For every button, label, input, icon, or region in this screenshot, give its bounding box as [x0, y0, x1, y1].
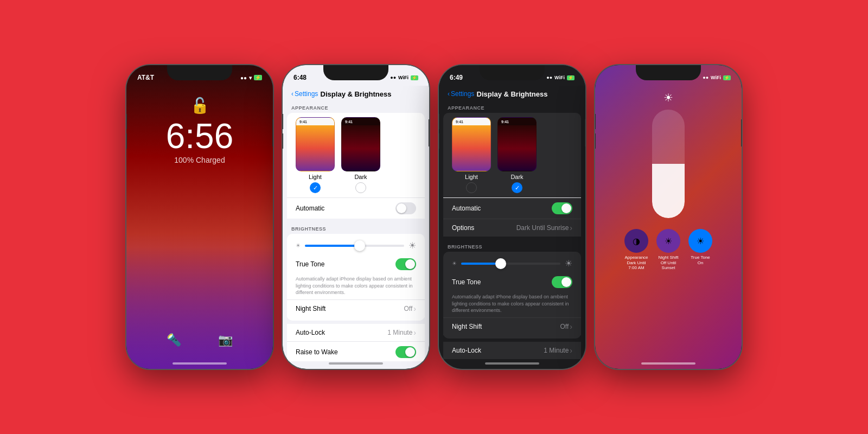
flashlight-icon[interactable]: 🔦 — [167, 333, 181, 347]
home-indicator-2 — [329, 362, 383, 365]
true-tone-label: True Tone — [296, 260, 324, 268]
auto-lock-cell-dark[interactable]: Auto-Lock 1 Minute › — [443, 342, 581, 359]
back-button-3[interactable]: ‹ Settings — [448, 90, 474, 98]
lock-charged: 100% Charged — [174, 156, 225, 164]
appearance-circle: ◑ — [624, 229, 648, 253]
nav-title-3: Display & Brightness — [477, 90, 548, 98]
auto-lock-cell[interactable]: Auto-Lock 1 Minute — [287, 324, 425, 341]
wifi-icon-4: WiFi — [711, 75, 721, 80]
true-tone-toggle-dark[interactable] — [552, 276, 572, 288]
true-tone-cell-dark: True Tone — [443, 272, 581, 292]
brightness-thumb-dark[interactable] — [495, 258, 506, 269]
power-button-3[interactable] — [585, 119, 585, 146]
night-shift-cell-dark[interactable]: Night Shift Off › — [443, 317, 581, 335]
night-shift-value: Off — [404, 304, 416, 313]
toggle-knob — [397, 203, 406, 213]
dark-check[interactable] — [355, 182, 366, 193]
battery-icon-2: ⚡ — [411, 75, 418, 80]
true-tone-knob — [405, 259, 415, 269]
brightness-cc[interactable] — [595, 110, 742, 218]
thumb-status-dark: 9:41 — [342, 118, 380, 125]
dark-thumb: 9:41 — [341, 117, 380, 171]
wifi-icon-3: WiFi — [554, 75, 565, 80]
lock-icon: 🔓 — [190, 97, 209, 114]
dark-mode-option-dark[interactable]: 9:41 Dark ✓ — [497, 117, 537, 193]
true-tone-circle: ☀ — [688, 229, 712, 253]
status-bar-2: 6:48 ●● WiFi ⚡ — [283, 65, 429, 86]
auto-lock-chevron-dark: › — [570, 346, 572, 355]
raise-to-wake-cell: Raise to Wake — [287, 341, 425, 361]
dark-check-dark[interactable]: ✓ — [512, 182, 522, 193]
back-button-2[interactable]: ‹ Settings — [291, 90, 318, 98]
automatic-knob-dark — [561, 203, 571, 213]
thumb-status-light-2: 9:41 — [452, 118, 490, 125]
lockscreen-content: 🔓 6:56 100% Charged — [126, 86, 273, 164]
status-bar-1: AT&T ●● ▾ ⚡ — [126, 65, 273, 86]
brightness-slider-row[interactable]: ☀ ☀ — [287, 237, 425, 254]
brightness-pill[interactable] — [652, 110, 685, 218]
night-shift-label: Night Shift — [296, 305, 326, 312]
light-mode-option-dark[interactable]: 9:41 Light — [452, 117, 491, 193]
raise-to-wake-knob — [405, 347, 415, 357]
options-label: Options — [452, 224, 474, 232]
appearance-button[interactable]: ◑ AppearanceDark Until7:00 AM — [624, 229, 648, 271]
power-button-4[interactable] — [741, 119, 742, 146]
brightness-slider-dark[interactable]: ☀ ☀ — [443, 255, 581, 272]
power-button[interactable] — [272, 119, 273, 146]
raise-to-wake-toggle[interactable] — [395, 346, 416, 358]
dark-label: Dark — [354, 174, 367, 180]
dark-mode-option[interactable]: 9:41 Dark — [341, 117, 380, 193]
battery-icon: ⚡ — [254, 75, 262, 80]
lock-time: 6:56 — [166, 119, 234, 154]
light-check-dark[interactable] — [466, 182, 477, 193]
true-tone-button[interactable]: ☀ True ToneOn — [688, 229, 712, 271]
brightness-thumb[interactable] — [354, 240, 365, 251]
night-shift-button[interactable]: ☀ Night ShiftOff Until Sunset — [655, 229, 682, 271]
automatic-toggle-dark[interactable] — [552, 202, 572, 214]
volume-down-2[interactable] — [283, 133, 283, 149]
power-button-2[interactable] — [429, 119, 429, 146]
true-tone-label-dark: True Tone — [452, 278, 481, 286]
light-label: Light — [309, 174, 322, 180]
brightness-track[interactable] — [305, 245, 404, 247]
volume-down-button[interactable] — [126, 133, 127, 149]
volume-down-4[interactable] — [595, 133, 596, 149]
battery-icon-4: ⚡ — [723, 75, 731, 80]
camera-icon[interactable]: 📷 — [218, 333, 233, 347]
light-mode-option[interactable]: 9:41 Light ✓ — [296, 117, 335, 193]
brightness-track-dark[interactable] — [461, 263, 560, 265]
status-bar-4: ●● WiFi ⚡ — [595, 65, 742, 86]
options-cell[interactable]: Options Dark Until Sunrise › — [443, 219, 581, 237]
dark-label-dark: Dark — [510, 174, 523, 180]
phone-settings-dark: 6:49 ●● WiFi ⚡ ‹ Settings Display & Brig… — [439, 65, 585, 369]
volume-up-button[interactable] — [126, 114, 127, 129]
night-shift-circle: ☀ — [656, 229, 680, 253]
status-icons-2: ●● WiFi ⚡ — [390, 75, 418, 80]
automatic-toggle[interactable] — [395, 202, 416, 214]
volume-up-4[interactable] — [595, 114, 596, 129]
night-shift-chevron-dark: › — [570, 322, 572, 331]
raise-to-wake-label: Raise to Wake — [296, 348, 338, 356]
brightness-high-icon-dark: ☀ — [565, 258, 572, 269]
auto-lock-value: 1 Minute — [387, 328, 416, 337]
status-time-2: 6:48 — [293, 74, 307, 81]
light-thumb-dark: 9:41 — [452, 117, 491, 171]
brightness-fill — [305, 245, 360, 247]
volume-up-2[interactable] — [283, 114, 283, 129]
brightness-section-label-dark: BRIGHTNESS — [439, 240, 585, 252]
appearance-options-dark: 9:41 Light 9:41 Dark ✓ — [443, 113, 581, 197]
night-shift-btn-label: Night ShiftOff Until Sunset — [655, 255, 682, 271]
light-check[interactable]: ✓ — [310, 182, 321, 193]
auto-lock-value-dark: 1 Minute › — [544, 346, 572, 355]
volume-down-3[interactable] — [439, 133, 439, 149]
night-shift-cell[interactable]: Night Shift Off — [287, 299, 425, 317]
auto-lock-label-dark: Auto-Lock — [452, 347, 481, 354]
phone-lockscreen: AT&T ●● ▾ ⚡ 🔓 6:56 100% Charged 🔦 📷 — [126, 65, 273, 369]
brightness-sun-area: ☀ — [595, 91, 742, 104]
thumb-status-dark-2: 9:41 — [498, 118, 536, 125]
volume-up-3[interactable] — [439, 114, 439, 129]
true-tone-icon: ☀ — [697, 236, 704, 246]
nav-title-2: Display & Brightness — [321, 90, 392, 98]
true-tone-toggle[interactable] — [395, 258, 416, 270]
auto-lock-chevron — [413, 328, 416, 337]
